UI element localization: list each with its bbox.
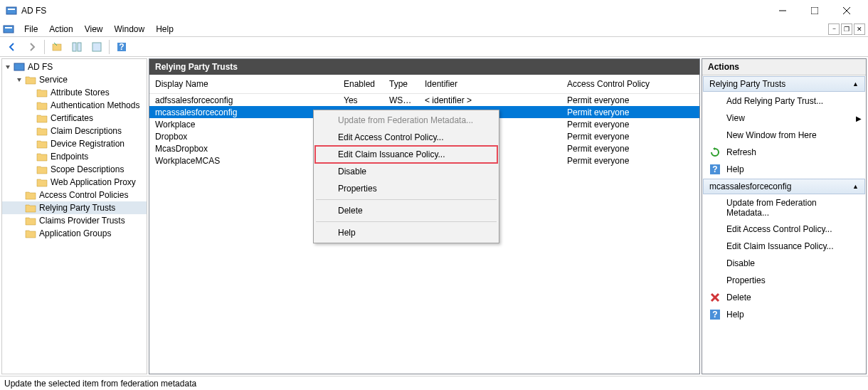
- action-item[interactable]: New Window from Here: [702, 127, 866, 144]
- context-menu-item[interactable]: Help: [315, 224, 497, 241]
- app-icon-small: [3, 23, 14, 35]
- cell-acp: Permit everyone: [561, 156, 699, 166]
- svg-text:?: ?: [712, 310, 717, 320]
- menu-file[interactable]: File: [18, 23, 43, 36]
- tree-item[interactable]: Access Control Policies: [2, 189, 147, 201]
- col-enabled[interactable]: Enabled: [338, 75, 383, 93]
- adfs-root-icon: [14, 61, 25, 73]
- app-icon: [6, 5, 17, 16]
- action-item[interactable]: Edit Claim Issuance Policy...: [702, 238, 866, 255]
- context-menu[interactable]: Update from Federation Metadata...Edit A…: [313, 110, 499, 243]
- svg-rect-9: [73, 43, 76, 51]
- chevron-right-icon: ▶: [856, 115, 862, 122]
- close-button[interactable]: [830, 1, 862, 21]
- tree-item[interactable]: Certificates: [2, 112, 147, 125]
- svg-rect-3: [811, 7, 818, 14]
- action-item[interactable]: ?Help: [702, 306, 866, 323]
- action-item[interactable]: Properties: [702, 272, 866, 289]
- tree-service[interactable]: Service: [2, 73, 147, 86]
- delete-icon: [709, 292, 721, 303]
- mdi-restore-icon[interactable]: ❐: [841, 23, 852, 35]
- action-item[interactable]: View▶: [702, 110, 866, 127]
- tree-item[interactable]: Authentication Methods: [2, 99, 147, 112]
- action-label: Help: [726, 164, 862, 174]
- tree-item-label: Access Control Policies: [36, 190, 128, 200]
- svg-rect-0: [6, 7, 16, 14]
- status-text: Update the selected item from federation…: [4, 379, 196, 389]
- tree-item-label: Authentication Methods: [48, 100, 139, 110]
- menu-bar: File Action View Window Help － ❐ ✕: [0, 21, 868, 37]
- toolbar-button-2[interactable]: [69, 39, 85, 55]
- actions-pane: Actions Relying Party Trusts ▲ Add Relyi…: [702, 58, 867, 374]
- col-display-name[interactable]: Display Name: [149, 75, 338, 93]
- action-item[interactable]: Refresh: [702, 144, 866, 161]
- navigation-tree[interactable]: AD FS Service Attribute StoresAuthentica…: [1, 58, 147, 374]
- none-icon: [709, 130, 721, 141]
- actions-group-rpt[interactable]: Relying Party Trusts ▲: [703, 76, 865, 92]
- collapse-icon: ▲: [852, 80, 859, 88]
- tree-item[interactable]: Endpoints: [2, 150, 147, 163]
- actions-group-selected-label: mcassalesforceconfig: [709, 181, 791, 191]
- tree-item-label: Certificates: [48, 113, 93, 123]
- actions-group-selected[interactable]: mcassalesforceconfig ▲: [703, 179, 865, 194]
- action-item[interactable]: Delete: [702, 289, 866, 306]
- svg-rect-7: [5, 27, 12, 28]
- toolbar-help-icon[interactable]: ?: [114, 39, 129, 55]
- back-button[interactable]: [4, 39, 20, 55]
- menu-help[interactable]: Help: [150, 23, 179, 36]
- status-bar: Update the selected item from federation…: [0, 376, 868, 390]
- maximize-button[interactable]: [798, 1, 830, 21]
- action-item[interactable]: Update from Federation Metadata...: [702, 195, 866, 221]
- toolbar-button-3[interactable]: [89, 39, 105, 55]
- action-label: Help: [726, 310, 862, 320]
- tree-item[interactable]: Web Application Proxy: [2, 176, 147, 189]
- folder-icon: [25, 75, 36, 85]
- tree-item[interactable]: Relying Party Trusts: [2, 201, 147, 214]
- tree-item-label: Device Registration: [48, 139, 125, 149]
- menu-window[interactable]: Window: [109, 23, 151, 36]
- tree-root[interactable]: AD FS: [2, 60, 147, 73]
- minimize-button[interactable]: [766, 1, 798, 21]
- col-type[interactable]: Type: [383, 75, 419, 93]
- mdi-minimize-icon[interactable]: －: [828, 23, 840, 35]
- tree-item[interactable]: Scope Descriptions: [2, 163, 147, 176]
- svg-rect-11: [92, 43, 101, 51]
- title-bar: AD FS: [0, 0, 868, 21]
- column-headers[interactable]: Display Name Enabled Type Identifier Acc…: [149, 75, 699, 94]
- context-menu-item[interactable]: Properties: [315, 180, 497, 197]
- cell-display-name: McasDropbox: [149, 144, 338, 154]
- col-access-control-policy[interactable]: Access Control Policy: [561, 75, 699, 93]
- menu-view[interactable]: View: [79, 23, 109, 36]
- folder-icon: [36, 139, 48, 149]
- table-row[interactable]: adfssalesforceconfigYesWS-T...< identifi…: [149, 94, 699, 106]
- cell-identifier: < identifier >: [419, 95, 561, 105]
- action-label: Refresh: [726, 147, 862, 157]
- mdi-close-icon[interactable]: ✕: [854, 23, 865, 35]
- tree-item-label: Application Groups: [36, 228, 111, 238]
- folder-icon: [36, 177, 48, 187]
- context-menu-item[interactable]: Edit Access Control Policy...: [315, 129, 497, 146]
- tree-item[interactable]: Claims Provider Trusts: [2, 214, 147, 227]
- action-label: Delete: [726, 292, 862, 302]
- action-item[interactable]: Edit Access Control Policy...: [702, 221, 866, 238]
- action-item[interactable]: ?Help: [702, 161, 866, 178]
- col-identifier[interactable]: Identifier: [419, 75, 561, 93]
- folder-icon: [36, 113, 48, 123]
- folder-icon: [36, 152, 48, 162]
- context-menu-item[interactable]: Disable: [315, 163, 497, 180]
- tree-item[interactable]: Attribute Stores: [2, 86, 147, 99]
- menu-action[interactable]: Action: [43, 23, 78, 36]
- action-label: New Window from Here: [726, 130, 862, 140]
- context-menu-item[interactable]: Delete: [315, 202, 497, 219]
- forward-button[interactable]: [24, 39, 40, 55]
- action-item[interactable]: Add Relying Party Trust...: [702, 93, 866, 110]
- action-item[interactable]: Disable: [702, 255, 866, 272]
- toolbar-button-1[interactable]: [49, 39, 65, 55]
- tree-item[interactable]: Application Groups: [2, 227, 147, 240]
- cell-acp: Permit everyone: [561, 120, 699, 130]
- tree-item[interactable]: Claim Descriptions: [2, 125, 147, 137]
- tree-item[interactable]: Device Registration: [2, 137, 147, 150]
- tree-item-label: Claim Descriptions: [48, 126, 122, 136]
- context-menu-item[interactable]: Edit Claim Issuance Policy...: [315, 146, 497, 163]
- tree-service-label: Service: [36, 75, 68, 85]
